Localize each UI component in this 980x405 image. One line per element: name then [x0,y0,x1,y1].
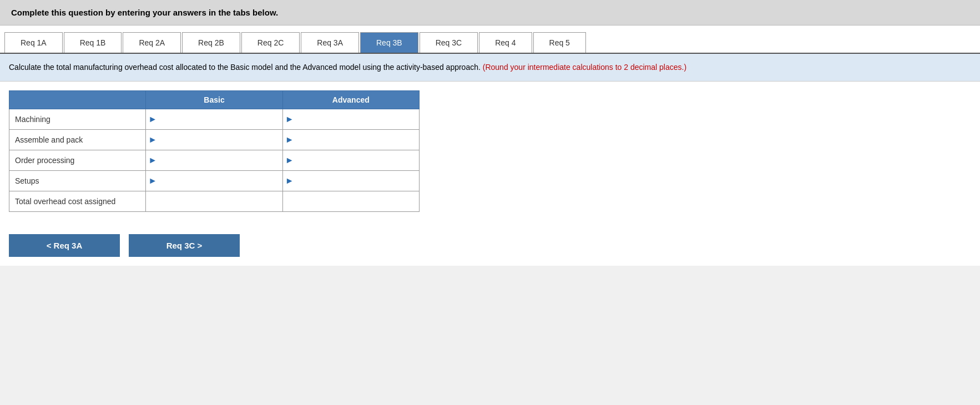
machining-advanced-input[interactable] [296,109,420,129]
assemble-advanced-cell: ► [282,130,419,150]
row-label-assemble: Assemble and pack [9,130,146,150]
setups-advanced-cell: ► [282,171,419,191]
tab-req3a[interactable]: Req 3A [301,32,359,53]
nav-buttons-container: < Req 3A Req 3C > [0,225,980,266]
order-advanced-cell: ► [282,150,419,171]
setups-basic-input[interactable] [159,171,282,191]
row-label-total: Total overhead cost assigned [9,191,146,212]
instruction-highlight-text: (Round your intermediate calculations to… [483,63,686,72]
total-basic-cell [146,191,282,212]
arrow-icon-assemble-advanced: ► [283,135,296,145]
overhead-table: Basic Advanced Machining ► [9,90,420,212]
setups-basic-cell: ► [146,171,282,191]
total-basic-input[interactable] [146,191,282,211]
arrow-icon-machining-basic: ► [146,114,159,124]
arrow-icon-order-advanced: ► [283,155,296,165]
arrow-icon-setups-advanced: ► [283,176,296,186]
content-area: Calculate the total manufacturing overhe… [0,54,980,266]
next-button[interactable]: Req 3C > [129,234,240,257]
tab-req2c[interactable]: Req 2C [241,32,300,53]
order-basic-input[interactable] [159,150,282,170]
tab-req3c[interactable]: Req 3C [420,32,478,53]
header-text: Complete this question by entering your … [11,8,278,17]
tab-req1a[interactable]: Req 1A [4,32,63,53]
order-basic-cell: ► [146,150,282,171]
table-row: Setups ► ► [9,171,420,191]
assemble-basic-input[interactable] [159,130,282,150]
row-label-setups: Setups [9,171,146,191]
col-header-empty [9,91,146,109]
setups-advanced-input[interactable] [296,171,420,191]
arrow-icon-setups-basic: ► [146,176,159,186]
col-header-basic: Basic [146,91,282,109]
tab-req5[interactable]: Req 5 [533,32,586,53]
tabs-bar: Req 1A Req 1B Req 2A Req 2B Req 2C Req 3… [0,26,980,54]
assemble-basic-cell: ► [146,130,282,150]
machining-basic-cell: ► [146,109,282,130]
row-label-machining: Machining [9,109,146,130]
tab-req2b[interactable]: Req 2B [182,32,240,53]
instruction-box: Calculate the total manufacturing overhe… [0,54,980,82]
arrow-icon-machining-advanced: ► [283,114,296,124]
tab-req2a[interactable]: Req 2A [123,32,181,53]
tab-req3b[interactable]: Req 3B [360,32,418,53]
table-section: Basic Advanced Machining ► [0,82,980,221]
col-header-advanced: Advanced [282,91,419,109]
table-row: Assemble and pack ► ► [9,130,420,150]
arrow-icon-assemble-basic: ► [146,135,159,145]
total-advanced-input[interactable] [283,191,419,211]
prev-button[interactable]: < Req 3A [9,234,120,257]
order-advanced-input[interactable] [296,150,420,170]
tab-req4[interactable]: Req 4 [479,32,532,53]
assemble-advanced-input[interactable] [296,130,420,150]
table-row-total: Total overhead cost assigned [9,191,420,212]
instruction-header: Complete this question by entering your … [0,0,980,26]
row-label-order: Order processing [9,150,146,171]
tab-req1b[interactable]: Req 1B [64,32,122,53]
table-row: Order processing ► ► [9,150,420,171]
table-row: Machining ► ► [9,109,420,130]
instruction-plain-text: Calculate the total manufacturing overhe… [9,63,481,72]
total-advanced-cell [282,191,419,212]
machining-advanced-cell: ► [282,109,419,130]
machining-basic-input[interactable] [159,109,282,129]
arrow-icon-order-basic: ► [146,155,159,165]
